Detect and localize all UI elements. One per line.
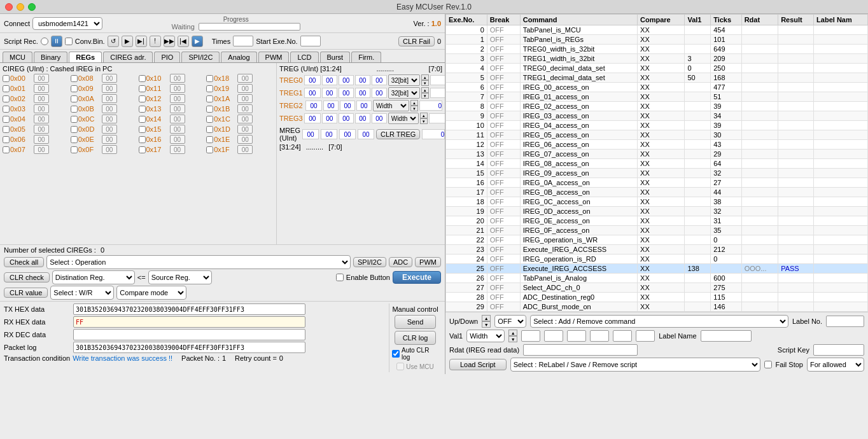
table-row[interactable]: 22OFFIREG_operation_is_WRXX0	[446, 235, 868, 245]
cireg-input-0x01[interactable]	[34, 84, 49, 93]
cireg-input-0x1D[interactable]	[237, 125, 253, 134]
cireg-input-0x13[interactable]	[170, 104, 185, 113]
cireg-input-0x0A[interactable]	[102, 94, 117, 103]
val1-up[interactable]: ▲	[508, 330, 517, 336]
table-row[interactable]: 1OFFTabPanel_is_REGsXX101	[446, 35, 868, 45]
conv-bin-check[interactable]	[65, 38, 73, 45]
start-exe-input[interactable]: 0	[300, 36, 321, 46]
packet-log-input[interactable]	[73, 342, 305, 353]
cireg-check-0x0C[interactable]	[71, 116, 78, 123]
cireg-input-0x10[interactable]	[170, 74, 185, 83]
cireg-check-0x11[interactable]	[139, 85, 146, 92]
clr-fail-button[interactable]: CLR Fail	[398, 36, 435, 46]
times-input[interactable]: 10	[233, 36, 253, 46]
script-key-input[interactable]	[813, 344, 864, 356]
cireg-check-0x0A[interactable]	[71, 95, 78, 102]
tab-pio[interactable]: PIO	[154, 52, 180, 62]
cireg-input-0x0D[interactable]	[102, 125, 117, 134]
table-row[interactable]: 20OFFIREG_0E_access_onXX31	[446, 216, 868, 226]
step-fwd-button[interactable]: ▶	[122, 36, 133, 47]
tab-binary[interactable]: Binary	[34, 52, 67, 62]
table-row[interactable]: 8OFFIREG_02_access_onXX39	[446, 102, 868, 111]
cireg-check-0x0D[interactable]	[71, 126, 78, 133]
val1-box1[interactable]	[521, 330, 540, 342]
table-row[interactable]: 26OFFTabPanel_is_AnalogXX600	[446, 274, 868, 283]
treg-main-1[interactable]	[304, 88, 321, 98]
table-row[interactable]: 28OFFADC_Destination_reg0XX115	[446, 293, 868, 302]
send-button[interactable]: Send	[395, 315, 436, 329]
script-radio[interactable]	[41, 38, 48, 45]
spi-i2c-button[interactable]: SPI/I2C	[353, 257, 386, 267]
table-row[interactable]: 0OFFTabPanel_is_MCUXX454	[446, 25, 868, 35]
cireg-check-0x08[interactable]	[71, 75, 78, 82]
tab-pwm[interactable]: PWM	[258, 52, 290, 62]
cireg-check-0x01[interactable]	[3, 85, 10, 92]
treg-bit-1-3[interactable]	[372, 88, 387, 98]
select-relabel-select[interactable]: Select : ReLabel / Save / Remove script	[510, 358, 760, 372]
table-row[interactable]: 3OFFTREG1_width_is_32bitXX3209	[446, 54, 868, 64]
step-end-button[interactable]: ▶|	[136, 36, 147, 47]
cireg-input-0x00[interactable]	[34, 74, 49, 83]
cireg-check-0x1C[interactable]	[206, 116, 213, 123]
cireg-input-0x02[interactable]	[34, 94, 49, 103]
cireg-input-0x11[interactable]	[170, 84, 185, 93]
tab-spi-i2c[interactable]: SPI/I2C	[181, 52, 220, 62]
cireg-check-0x10[interactable]	[139, 75, 146, 82]
cireg-input-0x1F[interactable]	[237, 145, 253, 154]
cireg-check-0x0F[interactable]	[71, 146, 78, 153]
cireg-check-0x18[interactable]	[206, 75, 213, 82]
treg-bit-0-0[interactable]	[322, 75, 337, 85]
cireg-check-0x05[interactable]	[3, 126, 10, 133]
cireg-input-0x03[interactable]	[34, 104, 49, 113]
treg-sub-select-2[interactable]: Width	[373, 100, 409, 111]
table-row[interactable]: 23OFFExecute_IREG_ACCSESSXX212	[446, 245, 868, 254]
cireg-check-0x02[interactable]	[3, 95, 10, 102]
cireg-check-0x1A[interactable]	[206, 95, 213, 102]
cireg-check-0x06[interactable]	[3, 136, 10, 143]
mreg-val[interactable]	[422, 129, 445, 139]
table-row[interactable]: 4OFFTREG0_decimal_data_setXX0250	[446, 64, 868, 73]
label-no-input[interactable]	[826, 316, 864, 327]
val1-box4[interactable]	[590, 330, 609, 342]
treg-stepper-1[interactable]: ▲▼	[421, 87, 429, 99]
table-row[interactable]: 9OFFIREG_03_access_onXX34	[446, 111, 868, 121]
table-container[interactable]: Exe.No.BreakCommandCompareVal1TicksRdatR…	[445, 14, 868, 312]
cireg-input-0x1C[interactable]	[237, 115, 253, 123]
mreg-b1[interactable]	[339, 129, 356, 139]
cireg-check-0x00[interactable]	[3, 75, 10, 82]
table-row[interactable]: 25OFFExecute_IREG_ACCSESSXX138OOO...PASS	[446, 264, 868, 274]
pwm-button[interactable]: PWM	[415, 257, 441, 267]
next-button[interactable]: ▶▶	[164, 36, 175, 47]
enable-button-check[interactable]	[336, 274, 344, 281]
tab-analog[interactable]: Analog	[221, 52, 256, 62]
cireg-check-0x1D[interactable]	[206, 126, 213, 133]
table-row[interactable]: 19OFFIREG_0D_access_onXX32	[446, 207, 868, 216]
cireg-check-0x1E[interactable]	[206, 136, 213, 143]
table-row[interactable]: 15OFFIREG_09_access_onXX32	[446, 169, 868, 178]
treg-bit-3-2[interactable]	[355, 113, 370, 123]
cireg-check-0x1B[interactable]	[206, 106, 213, 113]
cireg-input-0x0F[interactable]	[102, 145, 117, 154]
rx-input[interactable]	[73, 316, 305, 328]
cireg-input-0x0B[interactable]	[102, 104, 117, 113]
updown-up[interactable]: ▲	[482, 315, 491, 321]
treg-main-2[interactable]	[305, 101, 322, 111]
rdat-input[interactable]	[523, 344, 638, 356]
mreg-b0[interactable]	[358, 129, 374, 139]
select-cmd-select[interactable]: Select : Add / Remove command	[530, 315, 788, 328]
tx-input[interactable]	[73, 303, 305, 315]
updown-select[interactable]: OFF	[494, 315, 526, 328]
cireg-check-0x1F[interactable]	[206, 146, 213, 153]
treg-bit-2-0[interactable]	[323, 101, 339, 111]
rewind-button[interactable]: ↺	[108, 36, 119, 47]
val1-stepper[interactable]: ▲ ▼	[508, 330, 517, 342]
clr-check-button[interactable]: CLR check	[4, 272, 50, 282]
cireg-check-0x07[interactable]	[3, 146, 10, 153]
cireg-input-0x0E[interactable]	[102, 135, 117, 144]
cireg-check-0x0B[interactable]	[71, 106, 78, 113]
treg-sub-select-3[interactable]: Width	[388, 113, 419, 124]
table-row[interactable]: 10OFFIREG_04_access_onXX39	[446, 121, 868, 130]
select-op-select[interactable]: Select : Operation	[46, 255, 351, 269]
table-row[interactable]: 29OFFADC_Burst_mode_onXX146	[446, 302, 868, 312]
play-button[interactable]: ▶	[192, 36, 203, 47]
